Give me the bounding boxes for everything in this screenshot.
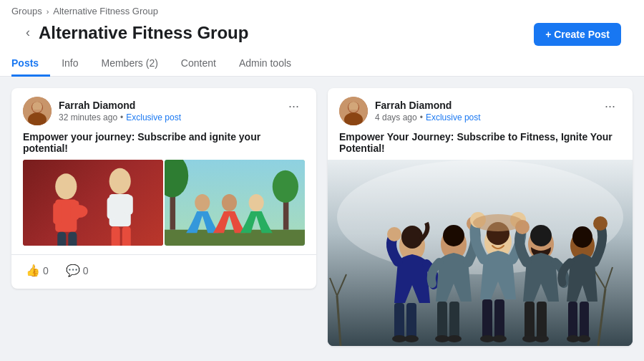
comment-button-1[interactable]: 💬 0 [63,261,92,280]
svg-point-70 [572,226,592,248]
svg-point-63 [530,225,552,246]
author-name-2: Farrah Diamond [375,100,481,111]
post-title-1: Empower your journey: Subscribe and igni… [11,131,316,160]
page-header: ‹ Alternative Fitness Group [23,19,248,49]
post-image-boxing [23,160,163,246]
post-time-1: 32 minutes ago [59,112,117,122]
svg-point-48 [443,225,464,246]
tab-info[interactable]: Info [50,52,89,77]
post-meta-2: 4 days ago • Exclusive post [375,112,481,122]
post-meta-1: 32 minutes ago • Exclusive post [59,112,181,122]
tab-posts[interactable]: Posts [11,52,50,77]
svg-point-42 [387,227,401,241]
svg-rect-50 [437,302,447,339]
author-details-2: Farrah Diamond 4 days ago • Exclusive po… [375,100,481,122]
post-card-1: Farrah Diamond 32 minutes ago • Exclusiv… [11,88,316,289]
comment-icon-1: 💬 [66,264,80,277]
post-card-2: Farrah Diamond 4 days ago • Exclusive po… [328,88,633,346]
post-title-2: Empower Your Journey: Subscribe to Fitne… [328,131,633,160]
more-button-1[interactable]: ··· [283,97,305,115]
svg-point-26 [222,194,237,211]
svg-rect-44 [406,303,416,339]
top-bar: Groups › Alternative Fitness Group ‹ Alt… [0,0,644,77]
svg-rect-72 [568,302,577,339]
page-title: Alternative Fitness Group [39,23,248,43]
header-row: ‹ Alternative Fitness Group + Create Pos… [11,19,633,49]
author-name-1: Farrah Diamond [59,100,181,111]
svg-rect-65 [525,302,535,339]
svg-rect-10 [57,232,66,246]
svg-rect-58 [482,299,492,339]
exclusive-link-1[interactable]: Exclusive post [126,112,181,122]
more-button-2[interactable]: ··· [599,97,621,115]
more-icon-1: ··· [288,100,299,112]
post-header-1: Farrah Diamond 32 minutes ago • Exclusiv… [11,88,316,131]
svg-rect-51 [449,302,459,339]
svg-rect-43 [394,303,404,339]
breadcrumb-parent-link[interactable]: Groups [11,6,42,16]
svg-rect-66 [537,302,547,339]
page-container: Groups › Alternative Fitness Group ‹ Alt… [0,0,644,361]
like-icon-1: 👍 [26,264,40,277]
post-header-2: Farrah Diamond 4 days ago • Exclusive po… [328,88,633,131]
like-count-1: 0 [43,265,49,276]
post-time-2: 4 days ago [375,112,417,122]
svg-rect-15 [107,197,116,218]
svg-rect-8 [53,203,62,224]
svg-rect-59 [494,299,504,339]
svg-point-68 [535,335,549,342]
tab-admin-tools[interactable]: Admin tools [228,52,303,77]
comment-count-1: 0 [83,265,89,276]
breadcrumb-separator: › [47,7,49,16]
svg-point-6 [55,173,77,199]
svg-point-13 [109,168,131,194]
svg-point-75 [577,335,590,342]
svg-rect-18 [122,226,131,246]
svg-point-24 [273,170,298,203]
post-image-full-2 [328,160,633,346]
svg-point-53 [447,335,462,342]
svg-point-25 [195,194,210,211]
boxing-image [23,160,163,246]
author-details-1: Farrah Diamond 32 minutes ago • Exclusiv… [59,100,181,122]
content-area: Farrah Diamond 32 minutes ago • Exclusiv… [0,77,644,357]
post-images-1 [23,160,305,246]
post-author-info-1: Farrah Diamond 32 minutes ago • Exclusiv… [23,97,181,125]
svg-point-76 [473,214,523,231]
post-author-info-2: Farrah Diamond 4 days ago • Exclusive po… [339,97,481,125]
svg-rect-17 [112,226,120,246]
create-post-button[interactable]: + Create Post [534,23,621,46]
svg-point-27 [249,194,264,211]
tab-members[interactable]: Members (2) [89,52,169,77]
tab-content[interactable]: Content [170,52,228,77]
svg-point-12 [70,205,87,218]
svg-rect-11 [68,232,77,246]
like-button-1[interactable]: 👍 0 [23,261,52,280]
outdoor-image [165,160,305,246]
svg-rect-73 [580,302,589,339]
post-footer-1: 👍 0 💬 0 [11,254,316,289]
avatar-1 [23,97,52,125]
avatar-2 [339,97,368,125]
nav-tabs: Posts Info Members (2) Content Admin too… [11,49,633,76]
svg-point-71 [593,216,608,231]
back-button[interactable]: ‹ [23,22,33,43]
more-icon-2: ··· [605,100,615,112]
breadcrumb: Groups › Alternative Fitness Group [11,0,633,19]
breadcrumb-current: Alternative Fitness Group [53,6,158,16]
post-meta-dot-2: • [420,112,423,122]
group-fitness-image [328,160,633,346]
svg-rect-16 [125,195,133,214]
svg-rect-5 [23,160,163,246]
svg-point-61 [492,335,507,342]
exclusive-link-2[interactable]: Exclusive post [426,112,481,122]
post-meta-dot-1: • [120,112,123,122]
post-image-outdoor [165,160,305,246]
svg-point-46 [404,335,419,342]
svg-point-41 [401,226,423,249]
